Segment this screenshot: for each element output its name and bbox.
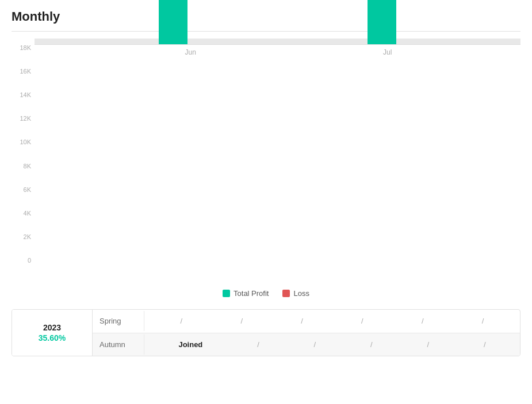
x-axis-label: Jul: [373, 48, 402, 56]
year-block: 2023 35.60%: [12, 310, 93, 356]
chart-inner: [35, 44, 520, 45]
y-axis-label: 8K: [12, 163, 35, 170]
season-data-cells: Joined/////: [144, 340, 520, 349]
x-axis-label: Jun: [176, 48, 205, 56]
data-table: 2023 35.60% Spring//////AutumnJoined////…: [12, 309, 520, 356]
profit-bar: [159, 0, 187, 44]
y-axis-label: 4K: [12, 210, 35, 217]
season-data-cell: /: [314, 340, 316, 349]
y-axis-label: 12K: [12, 115, 35, 122]
season-name: Autumn: [93, 334, 144, 355]
season-data-cell: /: [361, 317, 363, 325]
season-data-cell: /: [370, 340, 373, 349]
grid-line: [35, 44, 520, 44]
season-data-cell: /: [427, 340, 430, 349]
chart-area: 02K4K6K8K10K12K14K16K18K JunJul: [12, 39, 520, 280]
main-container: Monthly 02K4K6K8K10K12K14K16K18K JunJul …: [0, 0, 532, 365]
legend-item: Loss: [282, 289, 309, 298]
y-axis-label: 16K: [12, 68, 35, 75]
year-percent: 35.60%: [39, 333, 66, 343]
y-axis-label: 2K: [12, 233, 35, 240]
season-data-cell: /: [484, 340, 486, 349]
season-data-cell: /: [482, 317, 484, 325]
page-title: Monthly: [12, 9, 520, 32]
bar-group: [159, 0, 187, 44]
y-axis-label: 6K: [12, 186, 35, 193]
legend-label: Total Profit: [234, 289, 269, 298]
y-axis-label: 14K: [12, 91, 35, 98]
x-labels: JunJul: [58, 45, 520, 56]
y-axis: 02K4K6K8K10K12K14K16K18K: [12, 44, 35, 280]
season-row: AutumnJoined/////: [93, 333, 520, 356]
legend-color-box: [223, 290, 230, 297]
season-data-cells: //////: [144, 317, 520, 325]
profit-bar: [368, 0, 396, 44]
legend-color-box: [282, 290, 290, 297]
legend-item: Total Profit: [223, 289, 269, 298]
season-data-cell: /: [301, 317, 303, 325]
season-data-cell: /: [422, 317, 424, 325]
season-data-cell: /: [181, 317, 183, 325]
season-data-cell: /: [240, 317, 243, 325]
seasons-column: Spring//////AutumnJoined/////: [93, 310, 520, 356]
season-name: Spring: [93, 311, 144, 331]
y-axis-label: 10K: [12, 138, 35, 145]
season-data-cell: Joined: [178, 340, 202, 349]
legend-label: Loss: [293, 289, 309, 298]
year-label: 2023: [43, 323, 61, 332]
y-axis-label: 0: [12, 257, 35, 264]
season-data-cell: /: [257, 340, 259, 349]
y-axis-label: 18K: [12, 44, 35, 51]
season-row: Spring//////: [93, 310, 520, 333]
bar-group: [368, 0, 396, 44]
chart-legend: Total ProfitLoss: [12, 289, 520, 298]
